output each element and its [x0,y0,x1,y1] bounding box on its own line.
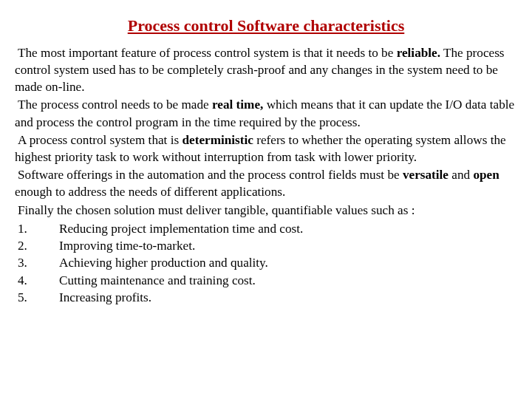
keyword-reliable: reliable. [397,46,440,60]
text: The most important feature of process co… [18,46,397,60]
list-item: Reducing project implementation time and… [18,220,517,237]
list-item: Cutting maintenance and training cost. [18,272,517,289]
body-text: The most important feature of process co… [15,44,517,306]
list-item: Improving time-to-market. [18,237,517,254]
list-item: Increasing profits. [18,289,517,306]
text: A process control system that is [18,133,182,147]
keyword-deterministic: deterministic [182,133,253,147]
text: enough to address the needs of different… [15,185,285,199]
keyword-open: open [473,168,499,182]
paragraph-realtime: The process control needs to be made rea… [15,96,517,130]
paragraph-reliable: The most important feature of process co… [15,44,517,96]
keyword-realtime: real time, [212,98,263,112]
paragraph-values-intro: Finally the chosen solution must deliver… [15,202,517,219]
text: Software offerings in the automation and… [18,168,403,182]
page-title: Process control Software characteristics [15,15,517,37]
text: The process control needs to be made [18,98,212,112]
paragraph-versatile-open: Software offerings in the automation and… [15,166,517,200]
list-item: Achieving higher production and quality. [18,254,517,271]
text: and [449,168,473,182]
keyword-versatile: versatile [403,168,449,182]
values-list: Reducing project implementation time and… [15,220,517,306]
paragraph-deterministic: A process control system that is determi… [15,132,517,166]
